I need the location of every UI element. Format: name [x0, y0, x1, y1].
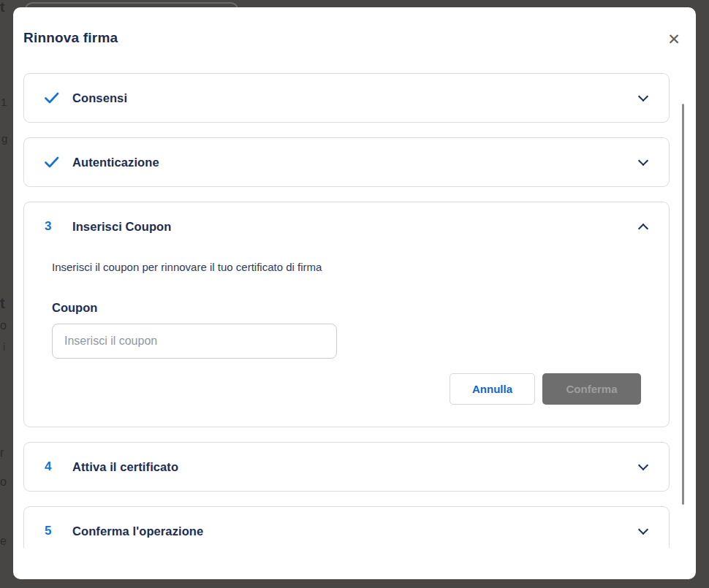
step-title: Attiva il certificato — [72, 460, 178, 474]
step-header-autenticazione[interactable]: Autenticazione — [24, 138, 669, 186]
background-text-fragment: t — [0, 296, 5, 310]
background-text-fragment: o — [0, 320, 7, 332]
step-title: Conferma l'operazione — [72, 524, 203, 538]
background-text-fragment: i — [3, 342, 5, 352]
modal-title: Rinnova firma — [23, 30, 118, 46]
background-text-fragment: e — [0, 535, 7, 547]
step-card-autenticazione: Autenticazione — [23, 137, 670, 187]
step-number: 3 — [45, 219, 61, 234]
chevron-up-icon — [638, 221, 648, 232]
step-number: 4 — [45, 459, 61, 474]
coupon-field-label: Coupon — [52, 299, 641, 316]
coupon-input[interactable] — [52, 324, 337, 359]
step-header-conferma-operazione[interactable]: 5 Conferma l'operazione — [24, 507, 669, 548]
step-header-consensi[interactable]: Consensi — [24, 74, 669, 122]
step-title: Inserisci Coupon — [72, 220, 171, 234]
chevron-down-icon — [638, 93, 648, 103]
step-header-attiva-certificato[interactable]: 4 Attiva il certificato — [24, 443, 669, 491]
cancel-button[interactable]: Annulla — [450, 373, 535, 405]
step-actions: Annulla Conferma — [52, 373, 641, 405]
step-title: Consensi — [72, 91, 127, 105]
background-text-fragment: t — [0, 0, 4, 14]
step-header-inserisci-coupon[interactable]: 3 Inserisci Coupon — [24, 202, 669, 251]
step-number: 5 — [45, 524, 61, 538]
background-text-fragment: g — [1, 133, 7, 144]
confirm-button[interactable]: Conferma — [542, 373, 641, 405]
steps-scroll-area: Consensi Autenticazione 3 Inserisci Coup… — [23, 66, 670, 548]
chevron-down-icon — [638, 526, 648, 536]
background-text-fragment: o — [0, 476, 7, 488]
step-card-attiva-certificato: 4 Attiva il certificato — [23, 442, 670, 492]
renew-signature-modal: Rinnova firma ✕ Consensi — [13, 7, 696, 579]
background-text-fragment: r — [0, 447, 4, 459]
close-icon[interactable]: ✕ — [664, 29, 684, 50]
step-card-conferma-operazione: 5 Conferma l'operazione — [23, 506, 670, 548]
check-icon — [45, 92, 61, 104]
step-title: Autenticazione — [72, 156, 159, 169]
step-description: Inserisci il coupon per rinnovare il tuo… — [52, 259, 641, 275]
step-card-inserisci-coupon: 3 Inserisci Coupon Inserisci il coupon p… — [23, 202, 670, 427]
step-body: Inserisci il coupon per rinnovare il tuo… — [24, 251, 669, 427]
scrollbar-thumb[interactable] — [682, 104, 684, 505]
step-card-consensi: Consensi — [23, 73, 670, 123]
chevron-down-icon — [638, 157, 648, 167]
chevron-down-icon — [638, 462, 648, 472]
check-icon — [45, 156, 61, 168]
background-text-fragment: 1 — [1, 96, 7, 107]
